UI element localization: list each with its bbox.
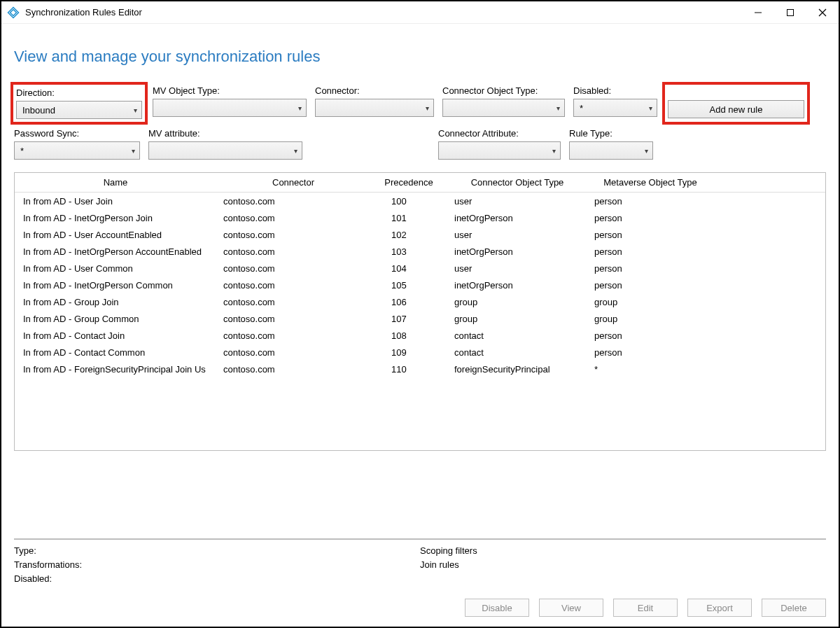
disabled-combo[interactable]: * ▾ xyxy=(573,99,657,117)
th-connector-object-type[interactable]: Connector Object Type xyxy=(447,177,587,188)
table-row[interactable]: In from AD - Contact Commoncontoso.com10… xyxy=(15,344,825,361)
cell-precedence: 110 xyxy=(370,364,447,375)
window-controls xyxy=(742,1,839,24)
cell-name: In from AD - InetOrgPerson Common xyxy=(15,280,216,291)
cell-connector: contoso.com xyxy=(216,347,370,358)
mv-attribute-combo[interactable]: ▾ xyxy=(148,141,302,160)
cell-connector-object-type: user xyxy=(447,263,587,274)
action-row: Disable View Edit Export Delete xyxy=(14,599,826,617)
spacer xyxy=(311,128,430,160)
connector-attribute-label: Connector Attribute: xyxy=(438,128,561,139)
table-row[interactable]: In from AD - User Commoncontoso.com104us… xyxy=(15,260,825,277)
th-precedence[interactable]: Precedence xyxy=(370,177,447,188)
table-row[interactable]: In from AD - User AccountEnabledcontoso.… xyxy=(15,226,825,243)
filter-connector: Connector: ▾ xyxy=(315,85,434,121)
direction-value: Inbound xyxy=(22,105,55,116)
filter-connector-object-type: Connector Object Type: ▾ xyxy=(442,85,565,121)
chevron-down-icon: ▾ xyxy=(426,104,429,112)
cell-mv-object-type: group xyxy=(587,297,713,307)
cell-name: In from AD - InetOrgPerson AccountEnable… xyxy=(15,246,216,257)
table-row[interactable]: In from AD - Contact Joincontoso.com108c… xyxy=(15,327,825,344)
edit-button[interactable]: Edit xyxy=(613,599,678,617)
title-bar: Synchronization Rules Editor xyxy=(1,1,839,24)
connector-object-type-combo[interactable]: ▾ xyxy=(442,99,565,117)
disabled-label: Disabled: xyxy=(573,85,657,96)
detail-disabled: Disabled: xyxy=(14,572,420,586)
cell-precedence: 100 xyxy=(370,196,447,207)
cell-connector-object-type: user xyxy=(447,230,587,240)
connector-combo[interactable]: ▾ xyxy=(315,99,434,117)
mv-object-type-combo[interactable]: ▾ xyxy=(153,99,307,117)
cell-mv-object-type: group xyxy=(587,314,713,324)
cell-connector-object-type: inetOrgPerson xyxy=(447,280,587,291)
view-button[interactable]: View xyxy=(539,599,603,617)
cell-connector: contoso.com xyxy=(216,297,370,307)
cell-name: In from AD - ForeignSecurityPrincipal Jo… xyxy=(15,364,216,375)
table-body[interactable]: In from AD - User Joincontoso.com100user… xyxy=(15,193,825,450)
cell-name: In from AD - Group Join xyxy=(15,297,216,307)
details-section: Type: Transformations: Disabled: Scoping… xyxy=(14,538,826,620)
cell-connector-object-type: group xyxy=(447,297,587,307)
chevron-down-icon: ▾ xyxy=(556,104,560,112)
detail-join-rules: Join rules xyxy=(420,558,477,572)
rules-table: Name Connector Precedence Connector Obje… xyxy=(14,172,826,451)
password-sync-combo[interactable]: * ▾ xyxy=(14,141,140,160)
delete-label: Delete xyxy=(780,603,807,613)
connector-attribute-combo[interactable]: ▾ xyxy=(438,141,561,160)
cell-connector-object-type: group xyxy=(447,314,587,324)
direction-combo[interactable]: Inbound ▾ xyxy=(16,101,142,119)
cell-mv-object-type: person xyxy=(587,280,713,291)
table-row[interactable]: In from AD - InetOrgPerson AccountEnable… xyxy=(15,243,825,260)
table-row[interactable]: In from AD - User Joincontoso.com100user… xyxy=(15,193,825,209)
cell-connector: contoso.com xyxy=(216,314,370,324)
chevron-down-icon: ▾ xyxy=(645,147,648,155)
connector-label: Connector: xyxy=(315,85,434,96)
cell-mv-object-type: * xyxy=(587,364,713,375)
cell-connector: contoso.com xyxy=(216,263,370,274)
filter-mv-attribute: MV attribute: ▾ xyxy=(148,128,302,160)
cell-connector: contoso.com xyxy=(216,330,370,341)
table-row[interactable]: In from AD - Group Joincontoso.com106gro… xyxy=(15,293,825,310)
cell-name: In from AD - User AccountEnabled xyxy=(15,230,216,240)
export-button[interactable]: Export xyxy=(687,599,752,617)
delete-button[interactable]: Delete xyxy=(762,599,826,617)
cell-precedence: 104 xyxy=(370,263,447,274)
th-connector[interactable]: Connector xyxy=(216,177,370,188)
table-row[interactable]: In from AD - InetOrgPerson Joincontoso.c… xyxy=(15,209,825,226)
cell-connector: contoso.com xyxy=(216,280,370,291)
filter-rule-type: Rule Type: ▾ xyxy=(569,128,653,160)
cell-precedence: 101 xyxy=(370,213,447,223)
th-mv-object-type[interactable]: Metaverse Object Type xyxy=(587,177,713,188)
filter-connector-attribute: Connector Attribute: ▾ xyxy=(438,128,561,160)
add-new-rule-label: Add new rule xyxy=(710,104,763,115)
table-row[interactable]: In from AD - ForeignSecurityPrincipal Jo… xyxy=(15,361,825,377)
cell-mv-object-type: person xyxy=(587,263,713,274)
disable-button[interactable]: Disable xyxy=(465,599,529,617)
mv-object-type-label: MV Object Type: xyxy=(153,85,307,96)
cell-name: In from AD - Contact Join xyxy=(15,330,216,341)
connector-object-type-label: Connector Object Type: xyxy=(442,85,565,96)
th-name[interactable]: Name xyxy=(15,177,216,188)
edit-label: Edit xyxy=(638,603,653,613)
cell-connector-object-type: inetOrgPerson xyxy=(447,213,587,223)
cell-name: In from AD - User Join xyxy=(15,196,216,207)
chevron-down-icon: ▾ xyxy=(294,147,298,155)
mv-attribute-label: MV attribute: xyxy=(148,128,302,139)
filter-row-1: Direction: Inbound ▾ MV Object Type: ▾ C… xyxy=(14,85,826,121)
add-new-rule-button[interactable]: Add new rule xyxy=(668,100,804,118)
minimize-button[interactable] xyxy=(742,1,774,24)
details-grid: Type: Transformations: Disabled: Scoping… xyxy=(14,544,826,586)
cell-connector: contoso.com xyxy=(216,230,370,240)
cell-precedence: 105 xyxy=(370,280,447,291)
close-button[interactable] xyxy=(806,1,839,24)
filter-direction: Direction: Inbound ▾ xyxy=(14,85,144,121)
table-row[interactable]: In from AD - Group Commoncontoso.com107g… xyxy=(15,310,825,327)
detail-type: Type: xyxy=(14,544,420,558)
cell-name: In from AD - InetOrgPerson Join xyxy=(15,213,216,223)
chevron-down-icon: ▾ xyxy=(649,104,652,112)
rule-type-combo[interactable]: ▾ xyxy=(569,141,653,160)
table-row[interactable]: In from AD - InetOrgPerson Commoncontoso… xyxy=(15,277,825,293)
cell-precedence: 109 xyxy=(370,347,447,358)
chevron-down-icon: ▾ xyxy=(134,106,137,114)
maximize-button[interactable] xyxy=(774,1,806,24)
